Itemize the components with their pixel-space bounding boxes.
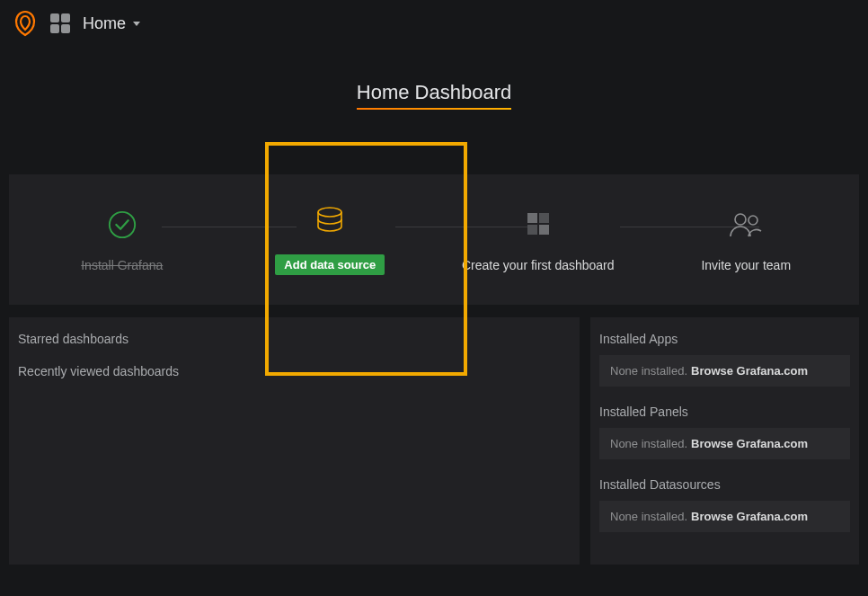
svg-rect-2: [527, 213, 537, 223]
page-title: Home Dashboard: [357, 81, 511, 111]
svg-rect-3: [539, 213, 549, 223]
svg-point-6: [735, 214, 746, 225]
chevron-down-icon: [133, 22, 140, 26]
users-icon: [728, 209, 764, 240]
installed-datasources-empty: None installed. Browse Grafana.com: [599, 501, 850, 532]
step-create-dashboard[interactable]: Create your first dashboard: [434, 208, 642, 272]
step-label-install: Install Grafana: [81, 258, 163, 272]
dashboards-panel: Starred dashboards Recently viewed dashb…: [9, 317, 580, 565]
installed-datasources-header: Installed Datasources: [599, 477, 850, 492]
svg-point-7: [748, 216, 757, 225]
database-stack-icon: [314, 206, 346, 236]
recent-dashboards-header: Recently viewed dashboards: [18, 364, 571, 378]
svg-rect-5: [539, 225, 549, 235]
plugins-panel: Installed Apps None installed. Browse Gr…: [590, 317, 859, 565]
breadcrumb-home[interactable]: Home: [83, 14, 140, 33]
installed-panels-header: Installed Panels: [599, 405, 850, 419]
installed-panels-empty: None installed. Browse Grafana.com: [599, 428, 850, 459]
breadcrumb-label: Home: [83, 14, 126, 33]
step-label-create-dashboard: Create your first dashboard: [462, 258, 615, 272]
none-installed-label: None installed.: [610, 510, 687, 523]
starred-dashboards-header: Starred dashboards: [18, 332, 571, 346]
step-invite-team[interactable]: Invite your team: [642, 208, 851, 272]
svg-point-0: [110, 211, 135, 236]
step-install-grafana: Install Grafana: [18, 208, 226, 272]
grafana-logo-icon[interactable]: [13, 10, 38, 37]
step-label-invite: Invite your team: [701, 258, 791, 272]
installed-apps-header: Installed Apps: [599, 332, 850, 346]
svg-point-1: [318, 208, 341, 217]
svg-rect-4: [527, 225, 537, 235]
browse-grafana-link[interactable]: Browse Grafana.com: [691, 364, 808, 378]
browse-grafana-link[interactable]: Browse Grafana.com: [691, 510, 808, 523]
installed-apps-empty: None installed. Browse Grafana.com: [599, 355, 850, 387]
add-data-source-button[interactable]: Add data source: [275, 254, 385, 275]
none-installed-label: None installed.: [610, 364, 687, 378]
dashboard-grid-icon[interactable]: [50, 13, 70, 33]
checkmark-circle-icon: [107, 209, 137, 240]
step-add-data-source[interactable]: Add data source: [226, 204, 435, 275]
onboarding-steps-panel: Install Grafana Add data source Create y…: [9, 174, 859, 305]
dashboard-panels-icon: [522, 209, 554, 240]
browse-grafana-link[interactable]: Browse Grafana.com: [691, 437, 808, 450]
none-installed-label: None installed.: [610, 437, 687, 450]
